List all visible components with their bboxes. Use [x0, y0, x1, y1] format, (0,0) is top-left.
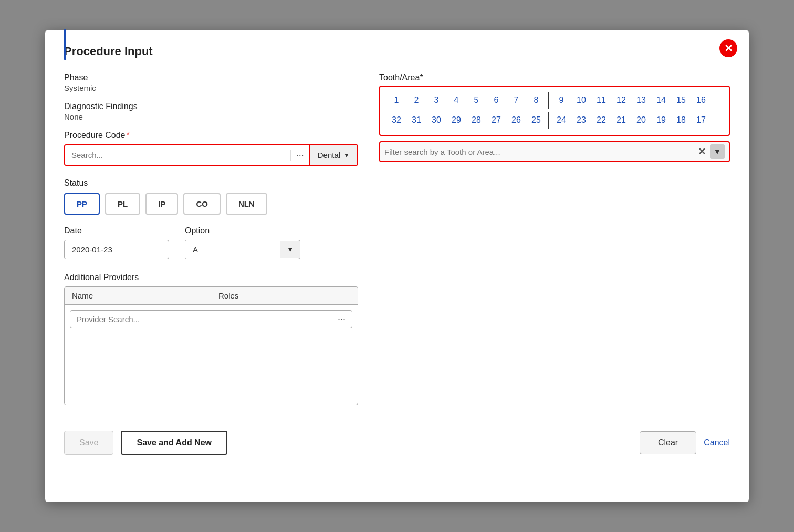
phase-section: Phase Systemic — [64, 73, 358, 92]
providers-table: Name Roles ··· — [64, 286, 358, 405]
tooth-cell-22[interactable]: 22 — [591, 115, 611, 125]
tooth-top-row: 12345678910111213141516 — [386, 92, 723, 109]
tooth-cell-19[interactable]: 19 — [651, 115, 671, 125]
providers-header-roles: Roles — [211, 287, 358, 304]
tooth-cell-11[interactable]: 11 — [591, 95, 611, 105]
tooth-cell-17[interactable]: 17 — [691, 115, 711, 125]
tooth-area-label: Tooth/Area* — [379, 73, 730, 82]
left-accent-bar — [64, 29, 66, 60]
save-button[interactable]: Save — [64, 431, 113, 455]
status-btn-pl[interactable]: PL — [105, 193, 140, 215]
providers-body: ··· — [65, 310, 358, 405]
option-dropdown-icon[interactable]: ▼ — [280, 241, 300, 258]
tooth-cell-3[interactable]: 3 — [426, 95, 446, 105]
tooth-cell-26[interactable]: 26 — [506, 115, 526, 125]
tooth-filter-input[interactable] — [384, 145, 698, 158]
providers-header: Name Roles — [65, 287, 358, 305]
option-label: Option — [185, 226, 300, 236]
tooth-cell-27[interactable]: 27 — [486, 115, 506, 125]
tooth-cell-2[interactable]: 2 — [406, 95, 426, 105]
tooth-cell-12[interactable]: 12 — [611, 95, 631, 105]
footer-left: Save Save and Add New — [64, 431, 640, 455]
status-btn-pp[interactable]: PP — [64, 193, 100, 215]
tooth-cell-13[interactable]: 13 — [631, 95, 651, 105]
footer: Save Save and Add New Clear Cancel — [64, 421, 730, 455]
procedure-code-label: Procedure Code* — [64, 131, 358, 140]
diagnostic-findings-label: Diagnostic Findings — [64, 102, 358, 111]
date-option-row: Date Option A B C ▼ — [64, 226, 358, 259]
provider-search-ellipsis[interactable]: ··· — [338, 314, 346, 325]
status-btn-co[interactable]: CO — [183, 193, 221, 215]
tooth-cell-21[interactable]: 21 — [611, 115, 631, 125]
tooth-cell-28[interactable]: 28 — [466, 115, 486, 125]
tooth-cell-30[interactable]: 30 — [426, 115, 446, 125]
tooth-cell-5[interactable]: 5 — [466, 95, 486, 105]
tooth-midline-divider-bottom — [548, 112, 549, 129]
status-section: Status PPPLIPCONLN — [64, 178, 358, 215]
diagnostic-findings-value: None — [64, 112, 358, 121]
procedure-type-dropdown-icon: ▼ — [343, 152, 350, 159]
tooth-cell-20[interactable]: 20 — [631, 115, 651, 125]
tooth-cell-29[interactable]: 29 — [446, 115, 466, 125]
procedure-type-label: Dental — [318, 151, 340, 159]
phase-label: Phase — [64, 73, 358, 82]
tooth-filter-wrapper: ✕ ▼ — [379, 141, 730, 162]
right-column: Tooth/Area* 12345678910111213141516 3231… — [379, 73, 730, 162]
additional-providers-section: Additional Providers Name Roles ··· — [64, 273, 358, 405]
procedure-code-search-input[interactable] — [65, 145, 290, 165]
tooth-filter-clear-icon[interactable]: ✕ — [698, 146, 706, 157]
diagnostic-findings-section: Diagnostic Findings None — [64, 102, 358, 121]
status-btn-nln[interactable]: NLN — [226, 193, 267, 215]
tooth-cell-31[interactable]: 31 — [406, 115, 426, 125]
tooth-cell-8[interactable]: 8 — [526, 95, 546, 105]
date-field: Date — [64, 226, 169, 259]
option-select-wrapper: A B C ▼ — [185, 240, 300, 259]
left-column: Phase Systemic Diagnostic Findings None … — [64, 73, 358, 405]
tooth-cell-32[interactable]: 32 — [386, 115, 406, 125]
tooth-midline-divider-top — [548, 92, 549, 109]
tooth-cell-10[interactable]: 10 — [571, 95, 591, 105]
dialog-title: Procedure Input — [64, 45, 730, 58]
cancel-button[interactable]: Cancel — [704, 438, 730, 448]
tooth-cell-1[interactable]: 1 — [386, 95, 406, 105]
tooth-cell-14[interactable]: 14 — [651, 95, 671, 105]
footer-right: Clear Cancel — [640, 431, 730, 454]
tooth-cell-6[interactable]: 6 — [486, 95, 506, 105]
procedure-type-button[interactable]: Dental ▼ — [309, 145, 357, 165]
date-label: Date — [64, 226, 169, 236]
provider-search-input[interactable] — [77, 315, 338, 324]
tooth-cell-15[interactable]: 15 — [671, 95, 691, 105]
tooth-cell-24[interactable]: 24 — [551, 115, 571, 125]
tooth-area-section: Tooth/Area* 12345678910111213141516 3231… — [379, 73, 730, 162]
status-label: Status — [64, 178, 358, 188]
status-buttons: PPPLIPCONLN — [64, 193, 358, 215]
providers-header-name: Name — [65, 287, 211, 304]
tooth-cell-7[interactable]: 7 — [506, 95, 526, 105]
save-and-add-new-button[interactable]: Save and Add New — [121, 431, 227, 455]
tooth-bottom-row: 32313029282726252423222120191817 — [386, 112, 723, 129]
providers-search-row: ··· — [70, 310, 352, 328]
tooth-grid: 12345678910111213141516 3231302928272625… — [379, 86, 730, 136]
procedure-code-section: Procedure Code* ··· Dental ▼ — [64, 131, 358, 166]
procedure-input-dialog: Procedure Input ✕ Phase Systemic Diagnos… — [45, 30, 749, 502]
tooth-cell-25[interactable]: 25 — [526, 115, 546, 125]
close-button[interactable]: ✕ — [719, 39, 737, 57]
tooth-cell-16[interactable]: 16 — [691, 95, 711, 105]
date-input[interactable] — [64, 240, 169, 259]
status-btn-ip[interactable]: IP — [145, 193, 178, 215]
phase-value: Systemic — [64, 83, 358, 92]
tooth-cell-4[interactable]: 4 — [446, 95, 466, 105]
tooth-cell-18[interactable]: 18 — [671, 115, 691, 125]
option-field: Option A B C ▼ — [185, 226, 300, 259]
tooth-filter-dropdown-button[interactable]: ▼ — [710, 144, 725, 159]
clear-button[interactable]: Clear — [640, 431, 696, 454]
procedure-code-ellipsis[interactable]: ··· — [290, 150, 309, 161]
procedure-code-row: ··· Dental ▼ — [64, 144, 358, 166]
tooth-cell-9[interactable]: 9 — [551, 95, 571, 105]
option-select[interactable]: A B C — [185, 240, 280, 259]
additional-providers-label: Additional Providers — [64, 273, 358, 282]
tooth-cell-23[interactable]: 23 — [571, 115, 591, 125]
